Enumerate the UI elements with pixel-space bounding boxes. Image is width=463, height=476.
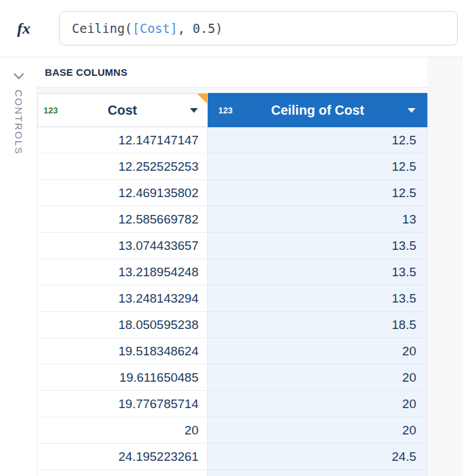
number-type-icon: 123 [44,105,58,115]
collapse-chevron-icon[interactable] [13,69,24,80]
ceiling-cell[interactable]: 13.5 [208,233,427,259]
cost-cell[interactable]: 13.248143294 [37,285,208,312]
partial-row [37,470,427,476]
column-label: Cost [108,103,137,118]
ceiling-cell[interactable]: 18.5 [208,312,427,338]
formula-text-prefix: Ceiling( [72,21,133,36]
formula-bar: fx Ceiling( [Cost] , 0.5) [0,0,463,57]
ceiling-cell[interactable]: 12.5 [208,154,427,180]
data-table: 123 Cost 123 Ceiling of Cost 12.14714714… [37,93,427,476]
ceiling-cell[interactable]: 13.5 [208,259,427,285]
cost-cell[interactable]: 13.074433657 [37,233,208,259]
column-menu-caret-icon[interactable] [408,108,416,113]
cost-cell[interactable]: 12.147147147 [37,127,208,154]
ceiling-cell[interactable]: 20 [208,391,427,417]
table-row: 20 20 [37,417,427,444]
cost-cell[interactable]: 12.585669782 [37,206,208,233]
table-row: 19.518348624 20 [37,338,427,365]
cost-cell[interactable]: 13.218954248 [37,259,208,285]
ceiling-cell[interactable]: 20 [208,365,427,391]
controls-sidebar: CONTROLS [0,57,37,476]
table-body: 12.147147147 12.5 12.252525253 12.5 12.4… [37,127,427,470]
column-label: Ceiling of Cost [271,103,364,118]
table-row: 19.611650485 20 [37,365,427,391]
table-row: 12.585669782 13 [37,206,427,233]
ceiling-cell[interactable]: 12.5 [208,180,427,206]
ceiling-cell[interactable]: 24.5 [208,444,427,470]
table-row: 13.074433657 13.5 [37,233,427,259]
selection-corner-marker [197,94,207,104]
number-type-icon: 123 [218,105,233,115]
spacer [37,88,463,93]
ceiling-cell[interactable]: 12.5 [208,127,427,154]
formula-field-reference: [Cost] [133,21,178,36]
formula-input[interactable]: Ceiling( [Cost] , 0.5) [59,11,458,45]
formula-text-suffix: , 0.5) [177,21,223,36]
cost-cell[interactable]: 19.518348624 [37,338,208,365]
content-area: CONTROLS BASE COLUMNS 123 Cost 123 Ceili… [0,57,463,476]
column-header-cost[interactable]: 123 Cost [37,93,208,127]
fx-icon: fx [17,20,30,38]
table-row: 12.469135802 12.5 [37,180,427,206]
table-row: 12.252525253 12.5 [37,154,427,180]
cost-cell[interactable]: 19.611650485 [37,365,208,391]
ceiling-cell[interactable]: 20 [208,338,427,365]
cost-cell[interactable]: 20 [37,417,208,444]
column-menu-caret-icon[interactable] [190,108,198,113]
cost-cell[interactable]: 18.050595238 [37,312,208,338]
table-row: 13.218954248 13.5 [37,259,427,285]
table-row: 19.776785714 20 [37,391,427,417]
section-header: BASE COLUMNS [37,57,427,88]
cost-cell[interactable]: 24.195223261 [37,444,208,470]
table-row: 12.147147147 12.5 [37,127,427,154]
cost-cell[interactable]: 19.776785714 [37,391,208,417]
table-row: 24.195223261 24.5 [37,444,427,470]
main-panel: BASE COLUMNS 123 Cost 123 Ceiling of Cos… [37,57,463,476]
table-header-row: 123 Cost 123 Ceiling of Cost [37,93,427,127]
section-title: BASE COLUMNS [45,67,127,78]
table-row: 18.050595238 18.5 [37,312,427,338]
ceiling-cell[interactable]: 13 [208,206,427,233]
cost-cell[interactable]: 12.469135802 [37,180,208,206]
ceiling-cell[interactable]: 13.5 [208,285,427,312]
table-row: 13.248143294 13.5 [37,285,427,312]
cost-cell[interactable]: 12.252525253 [37,154,208,180]
column-header-ceiling-of-cost[interactable]: 123 Ceiling of Cost [208,93,427,127]
controls-panel-label[interactable]: CONTROLS [13,90,24,155]
ceiling-cell[interactable]: 20 [208,417,427,444]
